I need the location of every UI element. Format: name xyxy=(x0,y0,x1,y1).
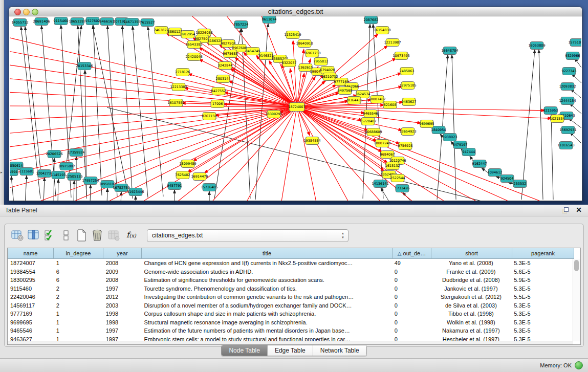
graph-node[interactable]: 9465546 xyxy=(363,110,378,118)
graph-node[interactable]: 7857224 xyxy=(234,21,249,29)
column-header-pagerank[interactable]: pagerank xyxy=(512,248,574,259)
west-panel-collapsed-strip[interactable]: ▸ xyxy=(0,0,4,205)
graph-node[interactable]: 9699695 xyxy=(420,120,434,128)
graph-node[interactable]: 8267150 xyxy=(202,113,217,120)
graph-node[interactable]: 6466161 xyxy=(100,18,115,26)
graph-node[interactable]: 621608 xyxy=(383,101,397,109)
graph-node[interactable]: 8322037 xyxy=(282,59,297,67)
graph-node[interactable]: 1094612 xyxy=(488,169,503,177)
graph-node[interactable]: 1840954 xyxy=(431,126,446,134)
network-window-titlebar[interactable]: citations_edges.txt xyxy=(9,7,582,16)
graph-node[interactable]: 22420046 xyxy=(185,53,202,61)
table-row[interactable]: 1938455462009Genome-wide association stu… xyxy=(8,268,573,276)
graph-node[interactable]: 9675685 xyxy=(223,50,238,58)
graph-node[interactable]: 1615132 xyxy=(385,162,400,170)
graph-node[interactable]: 3242844 xyxy=(218,62,233,70)
graph-node[interactable]: 10973493 xyxy=(393,52,409,60)
graph-node[interactable]: 9227343 xyxy=(562,68,577,75)
graph-node[interactable]: 10807487 xyxy=(368,96,385,103)
row-height-icon[interactable] xyxy=(60,229,73,242)
graph-node[interactable]: 947444 xyxy=(462,148,475,156)
graph-node[interactable]: 7485063 xyxy=(400,68,415,75)
graph-node[interactable]: 1021534 xyxy=(550,115,565,123)
float-panel-icon[interactable] xyxy=(562,207,569,213)
graph-node[interactable]: 18640910 xyxy=(296,40,313,48)
table-row[interactable]: 1872400712008Changes of HCN gene express… xyxy=(8,259,573,268)
graph-node[interactable]: 16053809 xyxy=(528,42,545,50)
table-row[interactable]: 946554611997Estimation of the future num… xyxy=(8,326,573,335)
tab-node-table[interactable]: Node Table xyxy=(222,345,268,356)
graph-node[interactable]: 18099489 xyxy=(179,160,196,168)
column-header-short[interactable]: short xyxy=(431,248,512,259)
delete-table-icon[interactable] xyxy=(91,229,104,242)
graph-node[interactable]: 8912954 xyxy=(181,31,195,38)
new-table-icon[interactable] xyxy=(75,229,89,242)
table-row[interactable]: 1456911722003Disruption of a novel membe… xyxy=(8,301,573,310)
graph-node[interactable]: 12213383 xyxy=(170,83,187,91)
graph-node[interactable]: 6497568 xyxy=(338,87,353,95)
graph-node[interactable]: 15716485 xyxy=(201,184,217,191)
graph-node[interactable]: 2718126 xyxy=(176,69,190,76)
graph-node[interactable]: 16543382 xyxy=(185,41,202,49)
graph-node[interactable]: 9162447 xyxy=(472,160,487,168)
table-row[interactable]: 969969511998Structural magnetic resonanc… xyxy=(8,318,573,327)
graph-node[interactable]: 7463822 xyxy=(154,27,169,34)
graph-node[interactable]: 19384554 xyxy=(303,137,320,145)
column-header-title[interactable]: title xyxy=(142,248,393,259)
graph-node[interactable]: 6479197 xyxy=(453,141,468,149)
column-header-year[interactable]: year xyxy=(103,248,142,259)
graph-node[interactable]: 18724007 xyxy=(288,103,305,112)
network-table-select[interactable]: citations_edges.txt ▲▼ xyxy=(147,229,349,242)
graph-node[interactable]: 13654923 xyxy=(399,128,416,136)
graph-node[interactable]: 9329966 xyxy=(565,52,580,60)
graph-node[interactable]: 2803144 xyxy=(216,75,231,83)
graph-node[interactable]: 8613074 xyxy=(262,16,277,24)
column-header-out_de[interactable]: △out_de… xyxy=(393,248,431,259)
close-panel-icon[interactable]: ✕ xyxy=(576,206,582,214)
graph-node[interactable]: 16961758 xyxy=(303,50,320,57)
column-header-in_degree[interactable]: in_degree xyxy=(54,248,103,259)
graph-node[interactable]: 253532 xyxy=(513,180,527,188)
graph-node[interactable]: 2522544 xyxy=(390,174,405,182)
scrollbar-thumb[interactable] xyxy=(574,260,579,271)
graph-node[interactable]: 11016543 xyxy=(557,142,574,149)
graph-node[interactable]: 20153346 xyxy=(76,62,93,70)
table-row[interactable]: 977716911998Corpus callosum shape and si… xyxy=(8,310,573,318)
graph-node[interactable]: 8938923 xyxy=(443,134,458,141)
graph-node[interactable]: 17359924 xyxy=(68,149,84,157)
graph-node[interactable]: 16648784 xyxy=(441,47,458,55)
graph-node[interactable]: 10975887 xyxy=(58,163,75,170)
table-row[interactable]: 911546021997Tourette syndrome. Phenomeno… xyxy=(8,285,573,293)
graph-node[interactable]: 16107552 xyxy=(167,99,184,107)
graph-node[interactable]: 20691406 xyxy=(33,18,50,26)
graph-node[interactable]: 17957254 xyxy=(82,177,99,185)
west-panel-expand-icon[interactable]: ▸ xyxy=(1,170,3,174)
horizontal-scrollbar[interactable] xyxy=(8,341,573,344)
graph-node[interactable]: 14055712 xyxy=(11,19,28,27)
vertical-scrollbar[interactable] xyxy=(573,259,580,341)
graph-node[interactable]: 17006 xyxy=(211,100,224,108)
graph-node[interactable]: 1145193 xyxy=(51,171,66,179)
tab-edge-table[interactable]: Edge Table xyxy=(268,345,313,356)
graph-node[interactable]: 7625402 xyxy=(176,171,190,179)
graph-node[interactable]: 1115681 xyxy=(19,168,34,176)
tab-network-table[interactable]: Network Table xyxy=(313,345,366,356)
graph-node[interactable]: 9115460 xyxy=(54,17,69,25)
graph-node[interactable]: 15720407 xyxy=(359,118,376,125)
graph-node[interactable]: 7955812 xyxy=(314,58,329,65)
graph-node[interactable]: 9463627 xyxy=(402,98,417,106)
graph-node[interactable]: 14136141 xyxy=(372,180,388,188)
graph-node[interactable]: 8427552 xyxy=(211,87,226,95)
graph-node[interactable]: 20206526 xyxy=(46,150,62,158)
graph-node[interactable]: 10688609 xyxy=(365,128,382,136)
graph-node[interactable]: 11923446 xyxy=(127,188,144,196)
graph-node[interactable]: 391594 xyxy=(10,168,18,176)
graph-node[interactable]: 8215953 xyxy=(543,107,558,115)
graph-node[interactable]: 20364436 xyxy=(345,97,362,104)
graph-node[interactable]: 16154838 xyxy=(374,27,390,34)
graph-node[interactable]: 15692931 xyxy=(559,126,576,134)
graph-node[interactable]: 12093832 xyxy=(559,83,576,91)
graph-node[interactable]: 14671355 xyxy=(123,18,140,26)
graph-node[interactable]: 1527602 xyxy=(85,17,100,25)
graph-node[interactable]: 11325419 xyxy=(284,31,301,39)
